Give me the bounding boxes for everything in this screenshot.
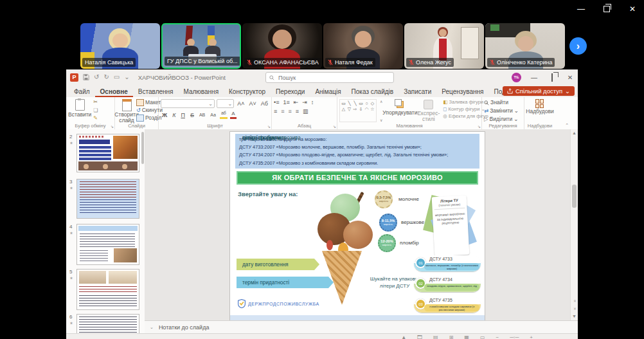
collapse-ribbon-icon[interactable]: ⌃ bbox=[565, 123, 569, 128]
display-settings-icon[interactable]: 🗔 bbox=[417, 334, 422, 339]
tab-file[interactable]: Файл bbox=[69, 87, 95, 97]
tab-transitions[interactable]: Переходи bbox=[271, 87, 310, 97]
shapes-scroll-down-icon[interactable]: ∨ bbox=[380, 118, 382, 122]
highlight-color-button[interactable]: аб bbox=[220, 111, 228, 119]
attention-item[interactable]: термін придатності bbox=[237, 277, 334, 288]
search-input[interactable] bbox=[277, 74, 376, 82]
slide-banner[interactable]: ЯК ОБРАТИ БЕЗПЕЧНЕ ТА ЯКІСНЕ МОРОЗИВО bbox=[237, 171, 478, 185]
normal-view-icon[interactable]: ▤ bbox=[433, 334, 438, 339]
align-left-button[interactable]: ≡ bbox=[274, 108, 277, 115]
zoom-slider[interactable]: ─◦─ bbox=[510, 334, 519, 339]
slide-sorter-icon[interactable]: ⊞ bbox=[449, 334, 454, 339]
fat-badge-plombir[interactable]: 12-20%жирність bbox=[378, 234, 396, 252]
tab-review[interactable]: Рецензування bbox=[436, 87, 488, 97]
italic-button[interactable]: К bbox=[171, 112, 177, 118]
tab-animations[interactable]: Анімація bbox=[310, 87, 346, 97]
increase-indent-button[interactable]: ⇥ bbox=[302, 99, 307, 105]
video-tile[interactable]: Олена Жегус bbox=[404, 23, 484, 69]
redo-icon[interactable]: ↻ bbox=[103, 74, 109, 80]
slide-editor-area[interactable]: три національні стандарти на морозиво: Д… bbox=[145, 129, 571, 320]
underline-button[interactable]: П bbox=[179, 112, 186, 118]
dstu-item[interactable]: 01 ДСТУ 4733 молочне, вершкове, пломбір … bbox=[414, 255, 481, 271]
attention-item[interactable]: колір і форму морозива bbox=[237, 132, 301, 143]
fat-badge-cream[interactable]: 8-11,5%жирність bbox=[379, 214, 397, 232]
notes-toggle-icon[interactable]: ▲ bbox=[401, 334, 406, 339]
quick-styles-button[interactable]: Експрес-стилі bbox=[417, 99, 440, 122]
font-name-select[interactable]: ⌄ bbox=[161, 99, 215, 108]
ppt-minimize-button[interactable]: — bbox=[529, 74, 539, 81]
slide-thumbnail[interactable]: 2 ✶ bbox=[66, 134, 145, 172]
numbering-button[interactable]: 1≡ bbox=[283, 99, 289, 105]
vertical-scrollbar[interactable]: ▲ « » ▼ bbox=[570, 129, 578, 320]
bold-button[interactable]: Ж bbox=[161, 112, 168, 118]
minimize-button[interactable]: — bbox=[574, 3, 588, 15]
font-size-select[interactable]: ⌄ bbox=[217, 99, 234, 108]
clear-format-button[interactable]: Аб bbox=[260, 100, 269, 107]
agency-logo[interactable]: ДЕРЖПРОДСПОЖИВСЛУЖБА bbox=[238, 299, 319, 308]
copy-icon[interactable]: ❏ bbox=[93, 107, 98, 113]
zoom-out-icon[interactable]: − bbox=[496, 334, 499, 339]
dialog-launcher-icon[interactable]: ⇘ bbox=[333, 124, 336, 129]
addins-button[interactable]: Надбудови bbox=[526, 99, 553, 115]
attention-title[interactable]: Звертайте увагу на: bbox=[238, 190, 298, 197]
scrollbar-thumb[interactable] bbox=[572, 185, 577, 208]
previous-slide-button[interactable]: « bbox=[572, 298, 577, 305]
slide-canvas[interactable]: три національні стандарти на морозиво: Д… bbox=[229, 131, 485, 321]
dialog-launcher-icon[interactable]: ⇘ bbox=[111, 124, 114, 129]
ppt-close-button[interactable]: ✕ bbox=[565, 74, 575, 81]
next-participants-button[interactable]: › bbox=[569, 37, 587, 55]
tab-draw[interactable]: Малювання bbox=[178, 87, 224, 97]
find-button[interactable]: Знайти bbox=[484, 99, 522, 106]
font-color-button[interactable]: А bbox=[230, 111, 237, 119]
notes-bar[interactable]: ⌄ Нотатки до слайда bbox=[145, 320, 578, 334]
dstu-item[interactable]: 03 ДСТУ 4735 з комбінованим складом сиро… bbox=[414, 297, 481, 313]
zoom-in-icon[interactable]: + bbox=[530, 334, 533, 339]
tab-slideshow[interactable]: Показ слайдів bbox=[346, 87, 399, 97]
columns-button[interactable]: ▥ bbox=[303, 108, 309, 115]
quick-access-more-icon[interactable]: ⌄ bbox=[124, 74, 129, 80]
slideshow-icon[interactable]: ▭ bbox=[114, 74, 120, 80]
tab-home[interactable]: Основне bbox=[95, 87, 133, 97]
dialog-launcher-icon[interactable]: ⇘ bbox=[267, 124, 271, 129]
align-right-button[interactable]: ≡ bbox=[289, 108, 292, 115]
strikethrough-button[interactable]: S bbox=[189, 112, 195, 118]
video-tile[interactable]: Наталія Савицька bbox=[80, 23, 160, 69]
share-button[interactable]: Спільний доступ⌄ bbox=[503, 86, 575, 96]
attention-item[interactable]: дату виготовлення bbox=[237, 259, 319, 270]
slide-thumbnail[interactable]: 4 ✶ bbox=[66, 224, 145, 265]
align-center-button[interactable]: ≡ bbox=[281, 108, 284, 115]
video-tile-active-speaker[interactable]: ГУ ДПСС у Волиській об... bbox=[161, 23, 241, 69]
thumbnail-scrollbar[interactable] bbox=[141, 132, 144, 164]
paste-button[interactable]: Вставити bbox=[68, 99, 91, 121]
fat-badge-milk[interactable]: 0,5-7,5%жирність bbox=[375, 190, 393, 208]
slide-thumbnail[interactable]: 3 ✶ bbox=[66, 179, 145, 219]
video-tile[interactable]: Наталя Федак bbox=[323, 23, 403, 69]
select-button[interactable]: ▷Виділити ⌄ bbox=[484, 116, 522, 123]
collapse-notes-icon[interactable]: ⌄ bbox=[150, 325, 154, 330]
account-avatar[interactable]: ТБ bbox=[512, 73, 521, 82]
shapes-gallery[interactable]: ▭╲╲▭○◇ △▽⇨⇩◠☆ bbox=[339, 99, 377, 122]
next-slide-button[interactable]: » bbox=[572, 306, 577, 313]
new-slide-button[interactable]: Створити слайд bbox=[117, 99, 136, 124]
search-box[interactable] bbox=[265, 72, 394, 83]
video-tile[interactable]: Олініченко Катерина bbox=[485, 23, 565, 69]
slideshow-view-icon[interactable]: ▭ bbox=[480, 334, 485, 339]
slide-thumbnail[interactable]: 5 ✶ bbox=[66, 269, 145, 310]
video-tile[interactable]: ОКСАНА АФАНАСЬЄВА bbox=[242, 23, 322, 69]
decrease-indent-button[interactable]: ⇤ bbox=[294, 99, 299, 105]
tab-record[interactable]: Записати bbox=[398, 87, 436, 97]
scroll-up-icon[interactable]: ▲ bbox=[571, 131, 578, 135]
character-spacing-button[interactable]: АВ bbox=[198, 113, 206, 117]
shrink-font-button[interactable]: А˅ bbox=[248, 100, 258, 107]
replace-button[interactable]: ⇄Замінити ⌄ bbox=[484, 107, 522, 115]
arrange-button[interactable]: Упорядкувати bbox=[386, 99, 414, 122]
reading-view-icon[interactable]: ▦ bbox=[464, 334, 469, 339]
tab-design[interactable]: Конструктор bbox=[224, 87, 271, 97]
tab-insert[interactable]: Вставлення bbox=[133, 87, 179, 97]
ppt-restore-button[interactable] bbox=[547, 74, 557, 81]
undo-icon[interactable]: ↺ bbox=[94, 74, 99, 80]
justify-button[interactable]: ≡ bbox=[296, 108, 299, 115]
format-painter-icon[interactable]: ✎ bbox=[93, 115, 98, 121]
cut-icon[interactable]: ✂ bbox=[93, 99, 98, 105]
close-button[interactable]: ✕ bbox=[625, 3, 640, 15]
